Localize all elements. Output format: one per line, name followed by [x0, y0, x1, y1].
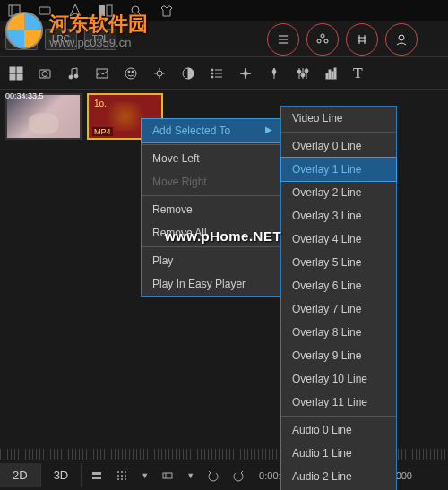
dropdown2-icon[interactable]: ▼ [186, 471, 194, 480]
equalizer-icon[interactable] [324, 66, 339, 81]
submenu-add-to: Video LineOverlay 0 LineOverlay 1 LineOv… [280, 106, 397, 490]
sub-overlay-9-line[interactable]: Overlay 9 Line [281, 344, 396, 367]
svg-point-28 [125, 68, 136, 79]
svg-point-41 [297, 70, 301, 73]
svg-point-37 [211, 76, 213, 78]
sliders-icon[interactable] [296, 66, 310, 81]
redo-icon[interactable] [232, 469, 245, 482]
svg-point-43 [301, 73, 305, 77]
sub-audio-2-line[interactable]: Audio 2 Line [281, 465, 396, 488]
svg-point-59 [121, 478, 123, 480]
flower-circle-button[interactable] [306, 23, 339, 56]
sub-audio-0-line[interactable]: Audio 0 Line [281, 418, 396, 442]
svg-point-23 [42, 71, 47, 76]
svg-rect-50 [92, 472, 101, 475]
svg-point-35 [211, 73, 213, 74]
svg-point-12 [324, 39, 328, 43]
tool-icon-2[interactable] [38, 4, 52, 18]
svg-point-25 [74, 74, 78, 78]
sub-audio-1-line[interactable]: Audio 1 Line [281, 442, 396, 465]
sub-overlay-10-line[interactable]: Overlay 10 Line [281, 367, 396, 391]
svg-rect-3 [99, 5, 105, 16]
sub-overlay-2-line[interactable]: Overlay 2 Line [281, 181, 396, 204]
svg-rect-0 [9, 5, 20, 16]
svg-rect-2 [39, 7, 50, 14]
contrast-icon[interactable] [181, 66, 195, 81]
voice-icon[interactable] [152, 66, 167, 81]
sub-overlay-5-line[interactable]: Overlay 5 Line [281, 251, 396, 274]
ctx-play[interactable]: Play [142, 249, 280, 272]
sub-overlay-8-line[interactable]: Overlay 8 Line [281, 321, 396, 344]
svg-rect-49 [334, 68, 336, 79]
tpl-button[interactable]: TPL [84, 29, 116, 50]
svg-rect-47 [329, 70, 331, 79]
svg-point-29 [128, 71, 130, 73]
smile-icon[interactable] [124, 66, 138, 81]
camera-icon[interactable] [38, 66, 52, 81]
ctx-move-right: Move Right [142, 170, 280, 193]
compass-icon[interactable] [68, 4, 82, 18]
svg-point-5 [132, 6, 139, 13]
ctx-remove[interactable]: Remove [142, 198, 280, 221]
grid-icon[interactable] [9, 66, 23, 81]
sub-overlay-4-line[interactable]: Overlay 4 Line [281, 228, 396, 251]
svg-rect-48 [332, 72, 333, 79]
svg-point-31 [157, 71, 162, 76]
list-icon[interactable] [210, 66, 224, 81]
grid-small-icon[interactable] [116, 469, 128, 482]
svg-point-58 [117, 478, 119, 480]
search-icon[interactable] [129, 4, 143, 18]
bracket-icon[interactable] [161, 469, 174, 482]
svg-rect-21 [17, 74, 22, 80]
ctx-remove-all[interactable]: Remove All [142, 221, 280, 245]
user-circle-button[interactable] [385, 23, 418, 56]
view-3d-button[interactable]: 3D [41, 463, 82, 487]
svg-rect-19 [17, 67, 22, 73]
text-tool-icon[interactable]: T [353, 65, 363, 82]
svg-point-53 [121, 471, 123, 473]
lrc-button[interactable]: LRC [45, 29, 77, 50]
sub-overlay-1-line[interactable]: Overlay 1 Line [280, 157, 397, 182]
svg-rect-61 [163, 473, 172, 478]
undo-icon[interactable] [207, 469, 220, 482]
image-icon[interactable] [95, 66, 109, 81]
main-toolbar-2: T [0, 57, 448, 90]
sub-overlay-7-line[interactable]: Overlay 7 Line [281, 297, 396, 321]
svg-point-52 [117, 471, 119, 473]
pin-icon[interactable] [267, 66, 281, 81]
panels-icon[interactable] [99, 4, 113, 18]
sub-overlay-6-line[interactable]: Overlay 6 Line [281, 274, 396, 297]
layers-icon[interactable] [90, 469, 103, 482]
svg-point-56 [121, 475, 123, 477]
rec-button[interactable]: REC [5, 29, 38, 50]
ctx-move-left[interactable]: Move Left [142, 147, 280, 170]
sub-overlay-0-line[interactable]: Overlay 0 Line [281, 134, 396, 158]
top-toolbar [0, 0, 448, 21]
hash-circle-button[interactable] [346, 23, 378, 56]
svg-point-57 [125, 475, 126, 477]
svg-point-17 [399, 35, 404, 40]
thumb-format: MP4 [92, 127, 113, 136]
svg-point-55 [117, 475, 119, 477]
context-menu: Add Selected To▶Move LeftMove RightRemov… [141, 118, 280, 297]
music-icon[interactable] [66, 66, 81, 81]
sub-video-line[interactable]: Video Line [281, 107, 396, 130]
list-circle-button[interactable] [267, 23, 299, 56]
svg-rect-18 [10, 67, 15, 73]
view-2d-button[interactable]: 2D [0, 463, 41, 487]
sparkle-icon[interactable] [238, 66, 253, 81]
ctx-play-in-easy-player[interactable]: Play In Easy Player [142, 272, 280, 296]
sub-overlay-3-line[interactable]: Overlay 3 Line [281, 204, 396, 228]
svg-rect-51 [92, 477, 101, 479]
svg-line-6 [138, 13, 142, 16]
svg-point-24 [69, 75, 73, 79]
dropdown-icon[interactable]: ▼ [141, 471, 149, 480]
shirt-icon[interactable] [159, 4, 174, 18]
svg-rect-46 [326, 73, 328, 79]
ctx-add-selected-to[interactable]: Add Selected To▶ [141, 118, 280, 143]
tool-icon-1[interactable] [7, 4, 22, 18]
svg-point-30 [132, 71, 134, 73]
sub-overlay-11-line[interactable]: Overlay 11 Line [281, 391, 396, 414]
svg-rect-20 [10, 74, 15, 80]
svg-point-45 [305, 69, 308, 73]
